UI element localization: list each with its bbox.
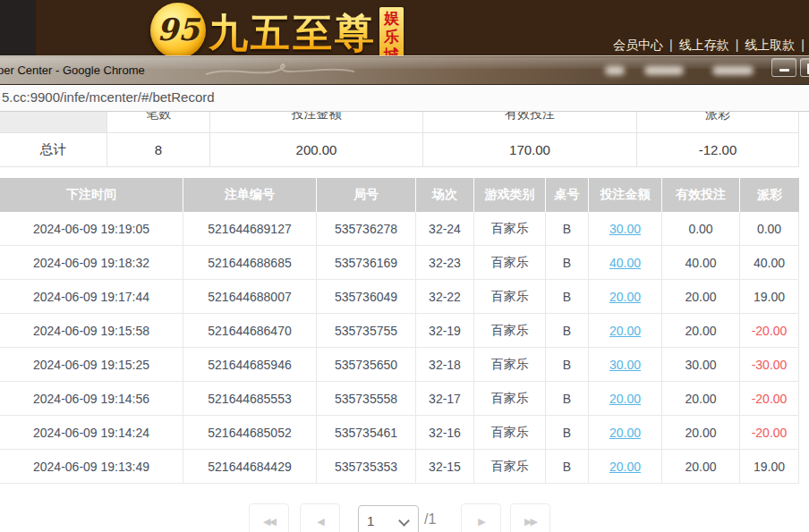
cell-time: 2024-06-09 19:13:49	[0, 450, 183, 483]
previous-page-button[interactable]: ◀	[300, 503, 340, 532]
cell-bet-amount: 20.00	[589, 382, 662, 415]
bet-header-cell-time: 下注时间	[0, 178, 183, 212]
logo-flourish-decoration	[204, 61, 356, 80]
left-arrow-icon: ◀	[317, 516, 322, 528]
bet-amount-link[interactable]: 20.00	[609, 324, 641, 338]
cell-valid-bet: 20.00	[662, 280, 740, 313]
cell-table-no: B	[546, 314, 589, 347]
cell-round-id: 535736278	[317, 212, 416, 245]
summary-total-label: 总计	[0, 133, 107, 166]
blurred-account-info	[644, 66, 684, 75]
cell-bet-amount: 30.00	[589, 212, 662, 245]
cell-time: 2024-06-09 19:14:56	[0, 382, 183, 415]
cell-payout: -30.00	[740, 348, 799, 381]
bet-header-cell-payout: 派彩	[740, 178, 799, 212]
cell-payout: -20.00	[740, 314, 799, 347]
cell-time: 2024-06-09 19:14:24	[0, 416, 183, 449]
cell-valid-bet: 30.00	[662, 348, 740, 381]
total-pages-label: /1	[424, 511, 436, 528]
table-row: 2024-06-09 19:18:32521644688685535736169…	[0, 246, 799, 280]
cell-game-type: 百家乐	[474, 416, 546, 449]
blurred-account-info	[712, 66, 754, 75]
cell-game-type: 百家乐	[474, 450, 546, 483]
nav-item[interactable]: 会员中心	[613, 38, 663, 52]
cell-payout: 0.00	[740, 212, 799, 245]
table-row: 2024-06-09 19:14:56521644685553535735558…	[0, 382, 799, 416]
bet-header-cell-bet-id: 注单编号	[183, 178, 317, 212]
next-page-button[interactable]: ▶	[461, 503, 501, 532]
cell-time: 2024-06-09 19:17:44	[0, 280, 183, 313]
cell-payout: 19.00	[740, 450, 799, 483]
cell-bet-amount: 20.00	[589, 416, 662, 449]
summary-header-cell	[0, 112, 107, 132]
nav-item[interactable]: 线上取款	[745, 38, 795, 52]
cell-valid-bet: 40.00	[662, 246, 740, 279]
cell-payout: -20.00	[740, 416, 799, 449]
cell-table-no: B	[546, 450, 589, 483]
cell-bet-amount: 30.00	[589, 348, 662, 381]
cell-session: 32-18	[416, 348, 474, 381]
cell-round-id: 535735558	[317, 382, 416, 415]
cell-game-type: 百家乐	[474, 348, 546, 381]
cell-game-type: 百家乐	[474, 212, 546, 245]
cell-game-type: 百家乐	[474, 280, 546, 313]
nav-item[interactable]: 线上存款	[679, 38, 729, 52]
cell-bet-id: 521644686470	[183, 314, 317, 347]
nav-separator: |	[801, 38, 805, 52]
cell-session: 32-15	[416, 450, 474, 483]
bet-record-table: 下注时间注单编号局号场次游戏类别桌号投注金额有效投注派彩 2024-06-09 …	[0, 178, 799, 484]
summary-header-cell: 笔数	[107, 112, 210, 132]
cell-valid-bet: 20.00	[662, 416, 740, 449]
cell-bet-id: 521644685553	[183, 382, 317, 415]
summary-total-value: 8	[107, 133, 210, 166]
bet-amount-link[interactable]: 40.00	[609, 256, 641, 270]
blurred-account-info	[605, 66, 625, 75]
page-select[interactable]: 1	[358, 505, 419, 532]
cell-table-no: B	[546, 280, 589, 313]
cell-session: 32-19	[416, 314, 474, 347]
maximize-button[interactable]	[800, 58, 809, 77]
minimize-button[interactable]	[771, 58, 796, 77]
cell-time: 2024-06-09 19:19:05	[0, 212, 183, 245]
cell-table-no: B	[546, 416, 589, 449]
double-right-arrow-icon: ▶▶	[524, 516, 536, 528]
table-row: 2024-06-09 19:15:58521644686470535735755…	[0, 314, 799, 348]
cell-valid-bet: 20.00	[662, 314, 740, 347]
table-row: 2024-06-09 19:19:05521644689127535736278…	[0, 212, 799, 246]
cell-time: 2024-06-09 19:15:25	[0, 348, 183, 381]
bet-header-cell-table-no: 桌号	[546, 178, 589, 212]
cell-round-id: 535735461	[317, 416, 416, 449]
cell-bet-id: 521644685052	[183, 416, 317, 449]
pagination: ◀◀ ◀ 1 /1 ▶ ▶▶	[0, 502, 799, 532]
bet-amount-link[interactable]: 30.00	[609, 358, 641, 372]
cell-bet-amount: 20.00	[589, 450, 662, 483]
cell-time: 2024-06-09 19:15:58	[0, 314, 183, 347]
bet-header-cell-valid-bet: 有效投注	[662, 178, 740, 212]
summary-total-value: 170.00	[423, 133, 637, 166]
bet-header-cell-session: 场次	[416, 178, 474, 212]
right-arrow-icon: ▶	[478, 516, 483, 528]
cell-valid-bet: 20.00	[662, 450, 740, 483]
logo-coin-icon: 95	[150, 3, 206, 58]
bet-amount-link[interactable]: 20.00	[609, 426, 641, 440]
cell-payout: 19.00	[740, 280, 799, 313]
first-page-button[interactable]: ◀◀	[249, 503, 289, 532]
bet-amount-link[interactable]: 30.00	[609, 222, 641, 236]
table-row: 2024-06-09 19:13:49521644684429535735353…	[0, 450, 799, 484]
bet-table-header-row: 下注时间注单编号局号场次游戏类别桌号投注金额有效投注派彩	[0, 178, 799, 212]
cell-valid-bet: 0.00	[662, 212, 740, 245]
bet-amount-link[interactable]: 20.00	[609, 392, 641, 406]
summary-header-row: 笔数投注金额有效投注派彩	[0, 112, 799, 133]
logo-coin-monogram: 95	[157, 14, 199, 45]
last-page-button[interactable]: ▶▶	[510, 503, 550, 532]
summary-total-value: -12.00	[637, 133, 799, 166]
cell-round-id: 535736169	[317, 246, 416, 279]
bet-amount-link[interactable]: 20.00	[609, 460, 641, 474]
cell-table-no: B	[546, 348, 589, 381]
window-title: per Center - Google Chrome	[0, 63, 145, 77]
cell-bet-id: 521644688007	[183, 280, 317, 313]
bet-amount-link[interactable]: 20.00	[609, 290, 641, 304]
cell-payout: -20.00	[740, 382, 799, 415]
cell-session: 32-23	[416, 246, 474, 279]
browser-address-bar[interactable]: 5.cc:9900/infe/mcenter/#/betRecord	[0, 85, 809, 112]
